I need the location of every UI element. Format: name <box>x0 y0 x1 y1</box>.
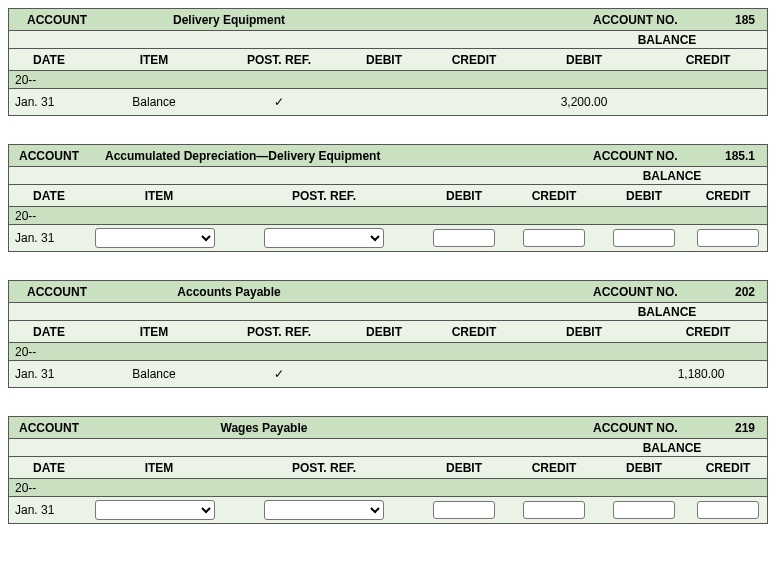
cell-bal-credit <box>649 99 767 105</box>
col-bal-debit: DEBIT <box>519 50 649 70</box>
cell-item: Balance <box>89 364 219 384</box>
col-credit: CREDIT <box>509 458 599 478</box>
bal-credit-input[interactable] <box>697 501 759 519</box>
item-select[interactable] <box>95 500 215 520</box>
cell-item: Balance <box>89 92 219 112</box>
account-no-value: 185.1 <box>697 146 767 166</box>
bal-debit-input[interactable] <box>613 229 675 247</box>
balance-label: BALANCE <box>567 30 767 50</box>
postref-select[interactable] <box>264 500 384 520</box>
col-postref: POST. REF. <box>229 186 419 206</box>
cell-postref: ✓ <box>219 92 339 112</box>
account-label: ACCOUNT <box>9 146 99 166</box>
col-bal-credit: CREDIT <box>689 458 767 478</box>
table-row: Jan. 31 <box>9 225 767 251</box>
col-credit: CREDIT <box>509 186 599 206</box>
table-row: Jan. 31 <box>9 497 767 523</box>
bal-debit-input[interactable] <box>613 501 675 519</box>
cell-bal-debit: 3,200.00 <box>519 92 649 112</box>
credit-input[interactable] <box>523 501 585 519</box>
col-debit: DEBIT <box>419 186 509 206</box>
cell-date: Jan. 31 <box>9 500 89 520</box>
cell-credit <box>429 371 519 377</box>
cell-date: Jan. 31 <box>9 228 89 248</box>
debit-input[interactable] <box>433 501 495 519</box>
col-bal-credit: CREDIT <box>689 186 767 206</box>
cell-date: Jan. 31 <box>9 92 89 112</box>
col-debit: DEBIT <box>339 322 429 342</box>
col-date: DATE <box>9 458 89 478</box>
account-no-label: ACCOUNT NO. <box>587 146 697 166</box>
account-name: Accounts Payable <box>99 282 359 302</box>
credit-input[interactable] <box>523 229 585 247</box>
item-select[interactable] <box>95 228 215 248</box>
col-postref: POST. REF. <box>219 50 339 70</box>
col-date: DATE <box>9 186 89 206</box>
col-date: DATE <box>9 50 89 70</box>
col-credit: CREDIT <box>429 322 519 342</box>
account-no-value: 202 <box>697 282 767 302</box>
account-no-value: 185 <box>697 10 767 30</box>
balance-label: BALANCE <box>567 302 767 322</box>
account-no-label: ACCOUNT NO. <box>587 282 697 302</box>
balance-label: BALANCE <box>577 166 767 186</box>
col-postref: POST. REF. <box>229 458 419 478</box>
col-bal-debit: DEBIT <box>519 322 649 342</box>
ledger-delivery-equipment: ACCOUNT Delivery Equipment ACCOUNT NO. 1… <box>8 8 768 116</box>
year-cell: 20-- <box>9 342 89 362</box>
postref-select[interactable] <box>264 228 384 248</box>
cell-bal-debit <box>519 371 649 377</box>
col-item: ITEM <box>89 186 229 206</box>
account-label: ACCOUNT <box>9 10 99 30</box>
year-cell: 20-- <box>9 70 89 90</box>
cell-bal-credit: 1,180.00 <box>649 364 767 384</box>
account-name: Wages Payable <box>99 418 429 438</box>
col-item: ITEM <box>89 50 219 70</box>
debit-input[interactable] <box>433 229 495 247</box>
account-name: Accumulated Depreciation—Delivery Equipm… <box>99 146 459 166</box>
col-bal-credit: CREDIT <box>649 322 767 342</box>
cell-date: Jan. 31 <box>9 364 89 384</box>
account-no-value: 219 <box>697 418 767 438</box>
col-postref: POST. REF. <box>219 322 339 342</box>
ledger-accum-depr: ACCOUNT Accumulated Depreciation—Deliver… <box>8 144 768 252</box>
col-date: DATE <box>9 322 89 342</box>
col-item: ITEM <box>89 322 219 342</box>
ledger-accounts-payable: ACCOUNT Accounts Payable ACCOUNT NO. 202… <box>8 280 768 388</box>
ledger-wages-payable: ACCOUNT Wages Payable ACCOUNT NO. 219 BA… <box>8 416 768 524</box>
account-label: ACCOUNT <box>9 282 99 302</box>
table-row: Jan. 31 Balance ✓ 3,200.00 <box>9 89 767 115</box>
col-bal-debit: DEBIT <box>599 458 689 478</box>
table-row: Jan. 31 Balance ✓ 1,180.00 <box>9 361 767 387</box>
account-label: ACCOUNT <box>9 418 99 438</box>
col-bal-credit: CREDIT <box>649 50 767 70</box>
col-bal-debit: DEBIT <box>599 186 689 206</box>
account-no-label: ACCOUNT NO. <box>587 10 697 30</box>
balance-label: BALANCE <box>577 438 767 458</box>
col-debit: DEBIT <box>419 458 509 478</box>
cell-debit <box>339 99 429 105</box>
cell-postref: ✓ <box>219 364 339 384</box>
year-cell: 20-- <box>9 478 89 498</box>
col-debit: DEBIT <box>339 50 429 70</box>
cell-debit <box>339 371 429 377</box>
col-item: ITEM <box>89 458 229 478</box>
year-cell: 20-- <box>9 206 89 226</box>
account-name: Delivery Equipment <box>99 10 359 30</box>
cell-credit <box>429 99 519 105</box>
account-no-label: ACCOUNT NO. <box>587 418 697 438</box>
bal-credit-input[interactable] <box>697 229 759 247</box>
col-credit: CREDIT <box>429 50 519 70</box>
